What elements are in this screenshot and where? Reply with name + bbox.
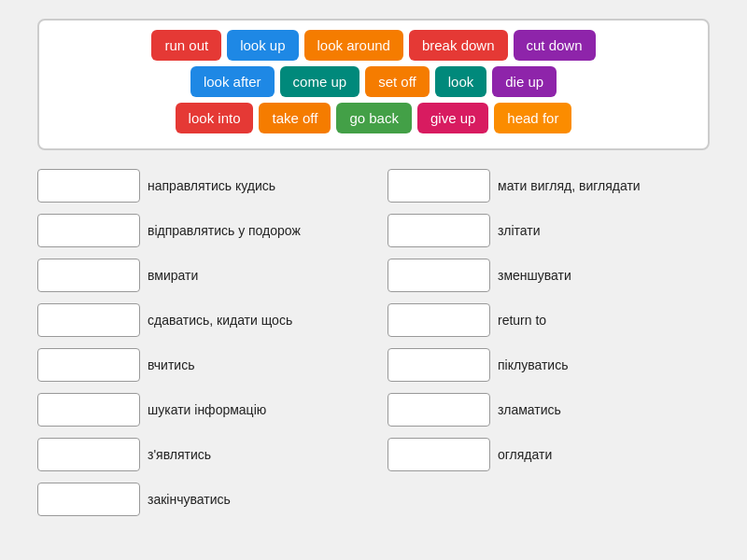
- left-def-row: направлятись кудись: [37, 169, 359, 203]
- def-text: мати вигляд, виглядати: [498, 177, 641, 195]
- right-def-row: зламатись: [388, 393, 710, 427]
- left-def-row: вчитись: [37, 348, 359, 382]
- answer-input-left-6[interactable]: [37, 438, 140, 471]
- right-definitions-column: мати вигляд, виглядатизлітатизменшуватиr…: [388, 169, 710, 527]
- right-def-row: злітати: [388, 214, 710, 247]
- answer-input-right-0[interactable]: [388, 169, 490, 203]
- answer-input-right-3[interactable]: [388, 303, 490, 337]
- answer-input-left-2[interactable]: [37, 259, 140, 292]
- answer-input-left-1[interactable]: [37, 214, 140, 247]
- def-text: закінчуватись: [148, 491, 231, 509]
- answer-input-left-3[interactable]: [37, 303, 140, 337]
- word-bank-row: run outlook uplook aroundbreak downcut d…: [50, 30, 697, 61]
- left-def-row: з'являтись: [37, 438, 359, 471]
- left-def-row: сдаватись, кидати щось: [37, 303, 359, 337]
- word-chip-look[interactable]: look: [435, 66, 487, 97]
- word-chip-give-up[interactable]: give up: [417, 103, 488, 133]
- left-def-row: шукати інформацію: [37, 393, 359, 427]
- word-chip-set-off[interactable]: set off: [365, 66, 430, 97]
- word-chip-cut-down[interactable]: cut down: [514, 30, 596, 61]
- answer-input-right-4[interactable]: [388, 348, 490, 382]
- left-def-row: закінчуватись: [37, 483, 359, 516]
- word-chip-take-off[interactable]: take off: [259, 103, 331, 133]
- right-def-row: зменшувати: [388, 259, 710, 292]
- def-text: return to: [498, 312, 546, 329]
- word-chip-die-up[interactable]: die up: [492, 66, 557, 97]
- answer-input-left-4[interactable]: [37, 348, 140, 382]
- def-text: піклуватись: [498, 357, 568, 374]
- right-def-row: піклуватись: [388, 348, 710, 382]
- word-chip-break-down[interactable]: break down: [409, 30, 508, 61]
- word-chip-run-out[interactable]: run out: [151, 30, 221, 61]
- def-text: злітати: [498, 222, 541, 240]
- word-bank-row: look aftercome upset offlookdie up: [50, 66, 697, 97]
- answer-input-right-5[interactable]: [388, 393, 490, 427]
- answer-input-right-6[interactable]: [388, 438, 490, 471]
- answer-input-right-2[interactable]: [388, 259, 490, 292]
- def-text: вмирати: [148, 267, 198, 285]
- word-chip-head-for[interactable]: head for: [494, 103, 571, 133]
- def-text: відправлятись у подорож: [148, 222, 301, 240]
- word-chip-look-after[interactable]: look after: [190, 66, 275, 97]
- left-def-row: вмирати: [37, 259, 359, 292]
- answer-input-right-1[interactable]: [388, 214, 490, 247]
- def-text: зламатись: [498, 401, 561, 419]
- def-text: направлятись кудись: [148, 177, 275, 195]
- word-chip-look-around[interactable]: look around: [304, 30, 403, 61]
- word-chip-come-up[interactable]: come up: [280, 66, 360, 97]
- right-def-row: мати вигляд, виглядати: [388, 169, 710, 203]
- left-def-row: відправлятись у подорож: [37, 214, 359, 247]
- definitions-area: направлятись кудисьвідправлятись у подор…: [37, 169, 710, 527]
- word-bank-row: look intotake offgo backgive uphead for: [50, 103, 697, 133]
- def-text: оглядати: [498, 446, 552, 464]
- def-text: з'являтись: [148, 446, 211, 464]
- def-text: зменшувати: [498, 267, 571, 285]
- def-text: вчитись: [148, 357, 194, 374]
- def-text: сдаватись, кидати щось: [148, 312, 292, 329]
- right-def-row: оглядати: [388, 438, 710, 471]
- word-chip-look-into[interactable]: look into: [176, 103, 254, 133]
- answer-input-left-0[interactable]: [37, 169, 140, 203]
- answer-input-left-5[interactable]: [37, 393, 140, 427]
- left-definitions-column: направлятись кудисьвідправлятись у подор…: [37, 169, 359, 527]
- def-text: шукати інформацію: [148, 401, 266, 419]
- answer-input-left-7[interactable]: [37, 483, 140, 516]
- word-chip-go-back[interactable]: go back: [336, 103, 412, 133]
- word-bank: run outlook uplook aroundbreak downcut d…: [37, 19, 710, 150]
- right-def-row: return to: [388, 303, 710, 337]
- word-chip-look-up[interactable]: look up: [227, 30, 298, 61]
